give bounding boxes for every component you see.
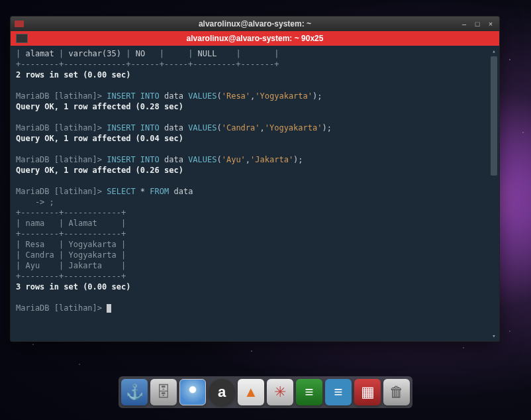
dock-item-tiles[interactable]: ▦ <box>354 379 381 405</box>
cursor <box>107 304 111 313</box>
calc-icon: ≡ <box>305 384 314 401</box>
anchor-icon: ⚓ <box>126 384 144 401</box>
vlc-icon: ▲ <box>244 384 258 401</box>
minimize-button[interactable]: – <box>459 20 469 28</box>
dock-item-calc[interactable]: ≡ <box>296 379 322 405</box>
dock-item-vlc[interactable]: ▲ <box>238 379 264 405</box>
dock-item-anchor[interactable]: ⚓ <box>121 379 148 405</box>
app-icon <box>15 21 24 27</box>
tiles-icon: ▦ <box>361 384 375 401</box>
window-title: alvarolinux@alvaro-system: ~ <box>11 19 499 28</box>
writer-icon: ≡ <box>334 384 343 401</box>
scroll-up-icon[interactable]: ▴ <box>490 47 498 55</box>
scroll-thumb[interactable] <box>491 56 497 176</box>
window-controls: – □ × <box>459 20 495 28</box>
terminal-body[interactable]: | alamat | varchar(35) | NO | | NULL | |… <box>11 46 499 341</box>
scroll-down-icon[interactable]: ▾ <box>490 332 498 340</box>
maximize-button[interactable]: □ <box>473 20 482 28</box>
dock: ⚓ 🗄 a ▲ ✳ ≡ ≡ ▦ 🗑 <box>119 376 412 408</box>
dock-item-files[interactable]: 🗄 <box>150 379 177 405</box>
terminal-output: | alamat | varchar(35) | NO | | NULL | |… <box>16 48 494 313</box>
close-button[interactable]: × <box>486 20 495 28</box>
trash-icon: 🗑 <box>389 384 404 401</box>
terminal-tab-bar: alvarolinux@alvaro-system: ~ 90x25 <box>11 31 499 46</box>
scrollbar[interactable]: ▴ ▾ <box>490 47 498 340</box>
compass-icon: ✳ <box>274 384 286 401</box>
dock-item-compass[interactable]: ✳ <box>267 379 293 405</box>
dock-item-chromium[interactable] <box>179 379 206 405</box>
tab-icon[interactable] <box>16 34 28 43</box>
dock-item-trash[interactable]: 🗑 <box>383 379 410 405</box>
abiword-icon: a <box>218 384 226 401</box>
terminal-window: alvarolinux@alvaro-system: ~ – □ × alvar… <box>10 16 500 342</box>
window-titlebar[interactable]: alvarolinux@alvaro-system: ~ – □ × <box>11 17 499 31</box>
tab-title: alvarolinux@alvaro-system: ~ 90x25 <box>11 34 499 43</box>
dock-item-abiword[interactable]: a <box>209 379 235 405</box>
dock-item-writer[interactable]: ≡ <box>325 379 352 405</box>
files-icon: 🗄 <box>156 384 171 401</box>
